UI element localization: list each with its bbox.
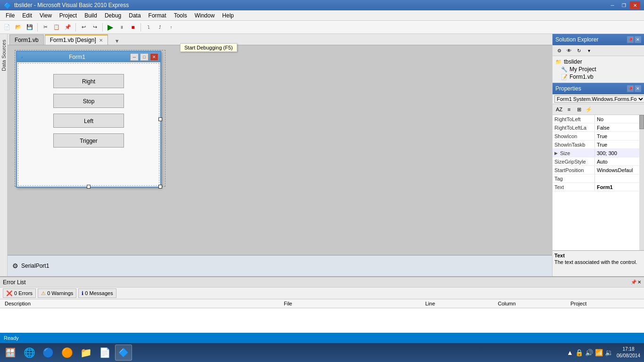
prop-value-showicon[interactable]: True bbox=[595, 132, 644, 140]
menu-data[interactable]: Data bbox=[125, 10, 144, 20]
form1-body[interactable]: Right Stop Left Trigger bbox=[18, 63, 159, 186]
se-show-all-btn[interactable]: 👁 bbox=[564, 46, 574, 55]
form-button-left[interactable]: Left bbox=[53, 114, 124, 128]
tab-bar: Form1.vb Form1.vb [Design] ✕ ▼ bbox=[8, 34, 552, 45]
props-events[interactable]: ⚡ bbox=[584, 105, 594, 114]
se-pin-button[interactable]: 📌 bbox=[627, 36, 634, 43]
warning-icon: ⚠ bbox=[41, 290, 46, 296]
menu-file[interactable]: File bbox=[2, 10, 18, 20]
prop-value-righttoleftl[interactable]: False bbox=[595, 123, 644, 132]
serial-port-label[interactable]: SerialPort1 bbox=[21, 263, 49, 269]
toolbar-stepinto[interactable]: ⤵ bbox=[143, 22, 154, 33]
props-properties[interactable]: ⊞ bbox=[574, 105, 584, 114]
properties-target-select[interactable]: Form1 System.Windows.Forms.Fo bbox=[554, 95, 644, 103]
form1-minimize[interactable]: ─ bbox=[130, 53, 139, 61]
minimize-button[interactable]: ─ bbox=[607, 1, 618, 9]
tree-my-project[interactable]: 🔧 My Project bbox=[554, 66, 642, 73]
toolbar-pause[interactable]: ⏸ bbox=[116, 22, 127, 33]
tree-tbslider-label: tbslider bbox=[564, 58, 582, 65]
menu-debug[interactable]: Debug bbox=[101, 10, 125, 20]
design-canvas[interactable]: 🔹 Form1 ─ □ ✕ Right Stop Left Trigger bbox=[8, 45, 552, 255]
toolbar-new[interactable]: 📄 bbox=[2, 22, 12, 33]
prop-value-startposition[interactable]: WindowsDefaul bbox=[595, 166, 644, 174]
form1-close[interactable]: ✕ bbox=[150, 53, 158, 61]
menu-build[interactable]: Build bbox=[81, 10, 101, 20]
tab-form1-design[interactable]: Form1.vb [Design] ✕ bbox=[45, 34, 108, 45]
form1-title-bar[interactable]: 🔹 Form1 ─ □ ✕ bbox=[17, 52, 160, 62]
se-close-button[interactable]: ✕ bbox=[635, 36, 641, 43]
form1-maximize[interactable]: □ bbox=[140, 53, 149, 61]
restore-button[interactable]: ❐ bbox=[619, 1, 629, 9]
toolbar-stepover[interactable]: ⤴ bbox=[155, 22, 165, 33]
toolbar-redo[interactable]: ↪ bbox=[90, 22, 100, 33]
props-sort-cat[interactable]: ≡ bbox=[564, 105, 574, 114]
taskbar-chrome[interactable]: 🟠 bbox=[58, 345, 75, 361]
toolbar-cut[interactable]: ✂ bbox=[40, 22, 50, 33]
prop-value-showintaskb[interactable]: True bbox=[595, 140, 644, 148]
props-close-button[interactable]: ✕ bbox=[635, 85, 641, 92]
prop-value-tag[interactable] bbox=[595, 174, 644, 182]
solution-explorer: Solution Explorer 📌 ✕ ⚙ 👁 ↻ ▾ 📁 tbslider bbox=[553, 34, 644, 83]
taskbar-ie[interactable]: 🌐 bbox=[21, 345, 38, 361]
se-properties-btn[interactable]: ⚙ bbox=[554, 46, 564, 55]
properties-title: Properties bbox=[555, 85, 581, 92]
handle-middle-right[interactable] bbox=[158, 117, 162, 121]
tree-tbslider[interactable]: 📁 tbslider bbox=[554, 58, 642, 66]
props-pin-button[interactable]: 📌 bbox=[627, 85, 634, 92]
prop-row-sizegripstyle: SizeGripStyle Auto bbox=[553, 157, 644, 166]
toolbar-play[interactable]: ▶ bbox=[105, 22, 116, 33]
handle-bottom-center[interactable] bbox=[87, 185, 91, 189]
toolbar-save[interactable]: 💾 bbox=[25, 22, 35, 33]
volume-icon: 🔉 bbox=[605, 349, 613, 356]
se-collapse-btn[interactable]: ▾ bbox=[584, 46, 594, 55]
errors-count: 0 Errors bbox=[14, 290, 33, 296]
toolbar-paste[interactable]: 📌 bbox=[63, 22, 73, 33]
time-display: 17:18 bbox=[617, 346, 640, 353]
tab-form1-vb[interactable]: Form1.vb bbox=[9, 34, 44, 45]
taskbar-folder[interactable]: 📁 bbox=[77, 345, 94, 361]
form-button-trigger[interactable]: Trigger bbox=[53, 133, 124, 148]
handle-bottom-right[interactable] bbox=[158, 185, 162, 189]
close-button[interactable]: ✕ bbox=[630, 1, 640, 9]
taskbar-vb[interactable]: 🔷 bbox=[115, 345, 132, 361]
taskbar-notepad[interactable]: 📄 bbox=[96, 345, 113, 361]
warnings-button[interactable]: ⚠ 0 Warnings bbox=[38, 288, 76, 298]
tab-dropdown[interactable]: ▼ bbox=[112, 37, 123, 45]
menu-project[interactable]: Project bbox=[56, 10, 81, 20]
taskbar-firefox[interactable]: 🔵 bbox=[40, 345, 57, 361]
minimize-icon[interactable]: ▲ bbox=[567, 349, 573, 356]
error-list-pin[interactable]: 📌 bbox=[631, 280, 636, 285]
se-refresh-btn[interactable]: ↻ bbox=[574, 46, 584, 55]
prop-value-text[interactable]: Form1 bbox=[595, 183, 644, 191]
taskbar-time[interactable]: 17:18 06/08/2014 bbox=[617, 346, 640, 359]
prop-name-startposition: StartPosition bbox=[553, 166, 595, 174]
form1-controls: ─ □ ✕ bbox=[130, 53, 158, 61]
prop-value-size[interactable]: 300; 300 bbox=[595, 149, 644, 157]
menu-edit[interactable]: Edit bbox=[18, 10, 36, 20]
errors-button[interactable]: ❌ 0 Errors bbox=[3, 288, 36, 298]
start-button[interactable]: 🪟 bbox=[2, 345, 19, 361]
toolbar-undo[interactable]: ↩ bbox=[78, 22, 89, 33]
prop-expand-size[interactable]: ▶ bbox=[553, 149, 558, 157]
menu-help[interactable]: Help bbox=[218, 10, 238, 20]
messages-button[interactable]: ℹ 0 Messages bbox=[78, 288, 116, 298]
menu-window[interactable]: Window bbox=[191, 10, 219, 20]
toolbar-stepout[interactable]: ↑ bbox=[166, 22, 176, 33]
form-button-stop[interactable]: Stop bbox=[53, 94, 124, 108]
tab-close-icon[interactable]: ✕ bbox=[99, 38, 103, 43]
error-list-close[interactable]: ✕ bbox=[637, 280, 641, 285]
props-scrollbar-thumb[interactable] bbox=[639, 115, 644, 129]
props-scrollbar[interactable] bbox=[639, 115, 644, 250]
toolbar-copy[interactable]: 📋 bbox=[51, 22, 62, 33]
props-sort-az[interactable]: AZ bbox=[554, 105, 564, 114]
tree-form1-vb[interactable]: 📝 Form1.vb bbox=[554, 73, 642, 81]
form-button-right[interactable]: Right bbox=[53, 74, 124, 88]
prop-value-righttoleft[interactable]: No bbox=[595, 115, 644, 123]
data-sources-tab[interactable]: Data Sources bbox=[0, 36, 8, 75]
menu-format[interactable]: Format bbox=[145, 10, 170, 20]
menu-tools[interactable]: Tools bbox=[170, 10, 191, 20]
menu-view[interactable]: View bbox=[36, 10, 56, 20]
toolbar-open[interactable]: 📂 bbox=[13, 22, 24, 33]
prop-value-sizegripstyle[interactable]: Auto bbox=[595, 157, 644, 165]
toolbar-stop[interactable]: ■ bbox=[128, 22, 138, 33]
